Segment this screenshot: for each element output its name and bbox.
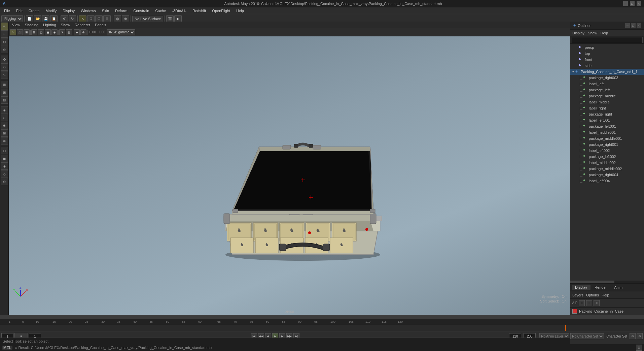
soft-select-btn[interactable]: ⊙ bbox=[1, 46, 8, 53]
lattice-btn[interactable]: ⊞ bbox=[1, 129, 8, 137]
tree-item-top[interactable]: ▶ top bbox=[570, 51, 644, 57]
extra5-btn[interactable]: ⊙ bbox=[1, 178, 8, 185]
vp-menu-show[interactable]: Show bbox=[60, 23, 72, 27]
menu-openflight[interactable]: OpenFlight bbox=[209, 8, 233, 13]
vp-menu-lighting[interactable]: Lighting bbox=[42, 23, 58, 27]
tree-item-label-left004[interactable]: ◆ label_left004 bbox=[570, 178, 644, 184]
character-set-select[interactable]: No Character Set bbox=[570, 333, 604, 339]
outliner-minimize[interactable]: ─ bbox=[625, 23, 630, 28]
outliner-close[interactable]: ✕ bbox=[637, 23, 641, 28]
layer-entry[interactable]: Packing_Cocaine_in_Case bbox=[570, 308, 644, 315]
vp-deform-btn[interactable]: ⊕ bbox=[80, 29, 86, 35]
cluster-tool-btn[interactable]: ◉ bbox=[1, 122, 8, 129]
menu-edit[interactable]: Edit bbox=[13, 8, 25, 13]
vp-menu-renderer[interactable]: Renderer bbox=[73, 23, 92, 27]
extra4-btn[interactable]: ◇ bbox=[1, 170, 8, 178]
extra1-btn[interactable]: ◻ bbox=[1, 147, 8, 154]
menu-windows[interactable]: Windows bbox=[78, 8, 99, 13]
select-tool-btn[interactable]: ↖ bbox=[1, 23, 8, 30]
menu-file[interactable]: File bbox=[1, 8, 13, 13]
outliner-float[interactable]: □ bbox=[631, 23, 636, 28]
move-tool-btn[interactable]: ✛ bbox=[1, 56, 8, 63]
maximize-button[interactable]: □ bbox=[630, 1, 635, 6]
joint-tool-btn[interactable]: ◈ bbox=[1, 106, 8, 114]
outliner-hscroll-thumb[interactable] bbox=[570, 281, 614, 283]
close-button[interactable]: ✕ bbox=[637, 1, 641, 6]
menu-display[interactable]: Display bbox=[60, 8, 77, 13]
display3-btn[interactable]: ⊟ bbox=[1, 96, 8, 104]
tree-item-label-left[interactable]: ◆ label_left bbox=[570, 81, 644, 87]
vp-camera-btn[interactable]: 🎥 bbox=[17, 29, 23, 35]
menu-deform[interactable]: Deform bbox=[112, 8, 130, 13]
minimize-button[interactable]: ─ bbox=[623, 1, 628, 6]
delete-layer-btn[interactable]: − bbox=[586, 300, 592, 306]
outliner-hscrollbar[interactable] bbox=[570, 281, 644, 283]
tab-display[interactable]: Display bbox=[572, 285, 591, 290]
menu-create[interactable]: Create bbox=[26, 8, 42, 13]
psub-help[interactable]: Help bbox=[602, 293, 609, 297]
tree-item-package-middle[interactable]: ◆ package_middle bbox=[570, 93, 644, 99]
outliner-tree[interactable]: ▶ persp ▶ top ▶ front ▶ side bbox=[570, 44, 644, 281]
menu-constrain[interactable]: Constrain bbox=[131, 8, 152, 13]
tree-item-package-middle002[interactable]: ◆ package_middle002 bbox=[570, 166, 644, 172]
display2-btn[interactable]: ⊠ bbox=[1, 89, 8, 96]
tab-anim[interactable]: Anim bbox=[611, 285, 626, 290]
vp-grid-btn[interactable]: ⊞ bbox=[31, 29, 37, 35]
display1-btn[interactable]: ⊞ bbox=[1, 81, 8, 88]
scale-tool-btn[interactable]: ⤡ bbox=[1, 71, 8, 78]
vp-menu-view[interactable]: View bbox=[11, 23, 22, 27]
options-btn[interactable]: ≡ bbox=[594, 300, 600, 306]
extra2-btn[interactable]: ◼ bbox=[1, 155, 8, 162]
ik-tool-btn[interactable]: ◇ bbox=[1, 114, 8, 121]
tree-item-package-right001[interactable]: ◆ package_right001 bbox=[570, 141, 644, 148]
rotate-tool-btn[interactable]: ↻ bbox=[1, 63, 8, 71]
mel-options-btn[interactable]: ⚙ bbox=[636, 345, 642, 351]
tree-item-label-middle[interactable]: ◆ label_middle bbox=[570, 99, 644, 105]
tree-item-persp[interactable]: ▶ persp bbox=[570, 44, 644, 51]
tree-item-package-left[interactable]: ◆ package_left bbox=[570, 87, 644, 93]
vp-persp-btn[interactable]: ⊠ bbox=[24, 29, 30, 35]
psub-options[interactable]: Options bbox=[586, 293, 599, 297]
tree-item-package-right004[interactable]: ◆ package_right004 bbox=[570, 172, 644, 178]
menu-cache[interactable]: Cache bbox=[152, 8, 169, 13]
lasso-tool-btn[interactable]: ⊢ bbox=[1, 30, 8, 38]
no-live-surface-button[interactable]: No Live Surface bbox=[132, 16, 163, 22]
vp-menu-shading[interactable]: Shading bbox=[24, 23, 40, 27]
vp-tex-btn[interactable]: ◈ bbox=[51, 29, 58, 35]
paint-weights-btn[interactable]: ⊕ bbox=[1, 137, 8, 145]
menu-3dtoall[interactable]: -3DtoAll- bbox=[169, 8, 189, 13]
tree-item-label-middle002[interactable]: ◆ label_middle002 bbox=[570, 160, 644, 166]
extra3-btn[interactable]: ◈ bbox=[1, 162, 8, 170]
vp-solid-btn[interactable]: ◼ bbox=[45, 29, 51, 35]
anim-track[interactable] bbox=[0, 325, 644, 331]
menu-skin[interactable]: Skin bbox=[99, 8, 112, 13]
vp-shadow-btn[interactable]: ◎ bbox=[66, 29, 72, 35]
vp-light-btn[interactable]: ☀ bbox=[59, 29, 65, 35]
poly-lasso-btn[interactable]: ⊡ bbox=[1, 38, 8, 45]
viewport-scene[interactable]: ♞ ♞ ♞ ♞ ♞ bbox=[9, 36, 570, 315]
tree-item-package-right[interactable]: ◆ package_right bbox=[570, 111, 644, 117]
vp-menu-panels[interactable]: Panels bbox=[94, 23, 108, 27]
tree-item-label-left002[interactable]: ◆ label_left002 bbox=[570, 148, 644, 154]
tree-item-package-left001[interactable]: ◆ package_left001 bbox=[570, 123, 644, 129]
menu-help[interactable]: Help bbox=[234, 8, 247, 13]
outliner-search-input[interactable] bbox=[572, 37, 643, 43]
tree-item-front[interactable]: ▶ front bbox=[570, 57, 644, 63]
anim-options-btn[interactable]: ⚙ bbox=[630, 333, 636, 339]
vp-colorspace-select[interactable]: sRGB gamma bbox=[107, 29, 135, 35]
tree-item-label-right[interactable]: ◆ label_right bbox=[570, 105, 644, 111]
new-layer-btn[interactable]: + bbox=[579, 300, 585, 306]
vp-anim-btn[interactable]: ▶ bbox=[74, 29, 80, 35]
vp-wireframe-btn[interactable]: ◻ bbox=[38, 29, 44, 35]
vp-select-btn[interactable]: ↖ bbox=[10, 29, 16, 35]
outliner-menu-show[interactable]: Show bbox=[588, 31, 597, 35]
tab-render[interactable]: Render bbox=[591, 285, 610, 290]
psub-layers[interactable]: Layers bbox=[572, 293, 583, 297]
outliner-menu-display[interactable]: Display bbox=[572, 31, 584, 35]
tree-item-package-middle001[interactable]: ◆ package_middle001 bbox=[570, 135, 644, 141]
window-controls[interactable]: ─ □ ✕ bbox=[623, 1, 641, 6]
menu-modify[interactable]: Modify bbox=[43, 8, 59, 13]
tree-item-label-left001[interactable]: ◆ label_left001 bbox=[570, 117, 644, 123]
mel-label[interactable]: MEL bbox=[2, 346, 12, 350]
tree-item-side[interactable]: ▶ side bbox=[570, 63, 644, 69]
